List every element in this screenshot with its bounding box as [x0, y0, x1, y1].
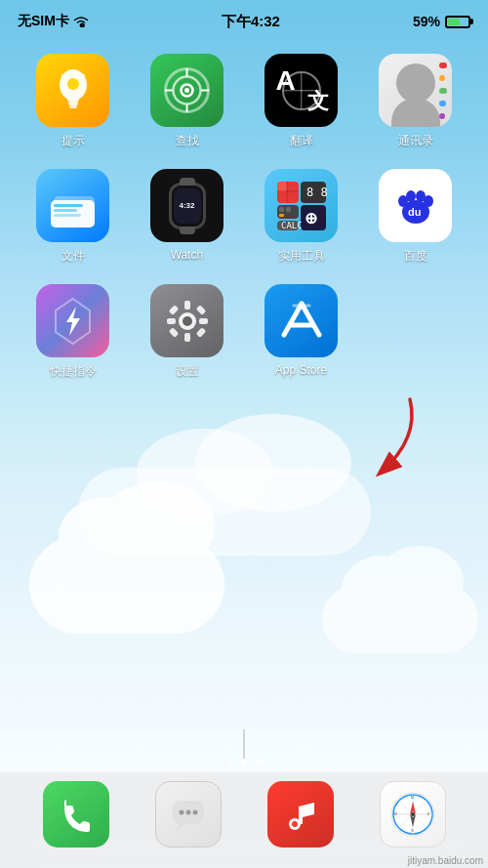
svg-point-64 — [292, 821, 298, 827]
battery-icon — [445, 16, 470, 28]
app-kuaijie-icon — [36, 284, 109, 357]
utility-icon: 8 8 ⊕ CALC — [272, 177, 331, 235]
wifi-icon — [73, 16, 89, 27]
svg-line-8 — [82, 75, 84, 77]
app-wenjian-label: 文件 — [61, 248, 85, 265]
svg-rect-49 — [168, 305, 179, 315]
svg-rect-4 — [69, 105, 77, 108]
svg-rect-46 — [184, 333, 190, 342]
app-baidu-label: 百度 — [404, 248, 427, 265]
shortcuts-icon — [51, 297, 95, 346]
dock-phone-icon — [43, 781, 109, 847]
dock-music-icon — [267, 781, 334, 847]
app-fanyi-label: 翻译 — [290, 133, 313, 149]
svg-text:8 8: 8 8 — [306, 186, 328, 199]
status-time: 下午4:32 — [222, 13, 280, 31]
app-grid: 提示 查找 A 文 翻译 — [0, 54, 488, 380]
app-tongxunlu[interactable]: 通讯录 — [362, 54, 468, 149]
status-right: 59% — [413, 14, 470, 29]
svg-rect-50 — [195, 305, 206, 315]
svg-rect-52 — [195, 327, 206, 338]
svg-rect-20 — [54, 209, 77, 212]
carrier-text: 无SIM卡 — [18, 13, 69, 30]
battery-fill — [448, 19, 460, 25]
svg-point-74 — [411, 812, 415, 816]
status-left: 无SIM卡 — [18, 13, 89, 30]
page-dots — [0, 759, 488, 765]
svg-rect-30 — [286, 207, 291, 212]
contacts-body — [391, 98, 440, 127]
dock-phone[interactable] — [43, 781, 109, 847]
svg-rect-19 — [54, 204, 83, 207]
svg-point-62 — [192, 810, 197, 815]
dock-messages[interactable] — [155, 781, 222, 847]
app-chazhao-icon — [150, 54, 224, 127]
app-shezhi[interactable]: 设置 — [134, 284, 240, 380]
app-appstore-label: App Store — [275, 363, 327, 377]
app-baidu[interactable]: du 百度 — [362, 169, 468, 265]
app-chazhao[interactable]: 查找 — [134, 54, 240, 149]
svg-rect-29 — [279, 207, 284, 212]
svg-marker-59 — [177, 824, 186, 830]
page-dot-1[interactable] — [241, 759, 248, 765]
svg-rect-51 — [168, 327, 179, 338]
app-fanyi[interactable]: A 文 翻译 — [248, 54, 354, 149]
contacts-avatar — [396, 63, 435, 103]
app-watch[interactable]: 4:32 Watch — [134, 169, 240, 265]
translate-a-letter: A — [276, 65, 296, 97]
watch-time-display: 4:32 — [179, 201, 194, 210]
cloud-left — [29, 536, 224, 634]
settings-icon — [163, 297, 212, 346]
app-tishi[interactable]: 提示 — [20, 54, 126, 149]
watch-face: 4:32 — [169, 183, 206, 229]
svg-point-12 — [184, 88, 189, 93]
svg-point-60 — [179, 810, 183, 815]
svg-text:⊕: ⊕ — [305, 210, 317, 227]
svg-line-7 — [62, 75, 64, 77]
battery-percentage: 59% — [413, 14, 440, 29]
app-tishi-icon — [36, 54, 109, 127]
svg-rect-31 — [279, 214, 284, 217]
bulb-icon — [53, 67, 94, 114]
svg-line-54 — [302, 304, 319, 335]
app-kuaijie[interactable]: 快捷指令 — [20, 284, 126, 380]
tab-purple — [439, 113, 445, 119]
svg-rect-45 — [184, 301, 190, 310]
app-fanyi-icon: A 文 — [264, 54, 338, 127]
contacts-tabs — [439, 54, 449, 127]
app-baidu-icon: du — [379, 169, 452, 242]
svg-point-40 — [424, 195, 433, 207]
translate-box: A 文 — [268, 58, 335, 124]
translate-zh-char: 文 — [307, 87, 329, 116]
app-wenjian-icon — [36, 169, 109, 242]
app-shiyong-icon: 8 8 ⊕ CALC — [264, 169, 338, 242]
dock-safari-icon: N S E W — [380, 781, 446, 847]
app-watch-label: Watch — [171, 248, 204, 262]
tab-red — [439, 62, 447, 68]
app-shezhi-icon — [150, 284, 224, 357]
app-shiyong[interactable]: 8 8 ⊕ CALC 实用工具 — [248, 169, 354, 265]
app-tongxunlu-label: 通讯录 — [398, 133, 433, 149]
svg-text:W: W — [393, 811, 397, 816]
page-dot-0[interactable] — [226, 759, 233, 765]
page-dot-2[interactable] — [256, 759, 263, 765]
dock-music[interactable] — [267, 781, 334, 847]
svg-point-61 — [185, 810, 190, 815]
app-shiyong-label: 实用工具 — [278, 248, 325, 265]
dock-safari[interactable]: N S E W — [380, 781, 446, 847]
svg-line-53 — [284, 304, 302, 335]
app-shezhi-label: 设置 — [176, 363, 199, 380]
app-wenjian[interactable]: 文件 — [20, 169, 126, 265]
svg-point-0 — [79, 24, 82, 27]
svg-rect-48 — [199, 318, 208, 324]
watch-screen: 4:32 — [174, 188, 201, 224]
messages-icon — [169, 795, 208, 834]
svg-rect-23 — [277, 182, 287, 191]
svg-rect-3 — [68, 102, 78, 105]
svg-rect-21 — [54, 214, 81, 217]
findmy-icon — [160, 63, 214, 117]
app-kuaijie-label: 快捷指令 — [50, 363, 97, 380]
app-appstore[interactable]: App Store — [248, 284, 354, 380]
tab-green — [439, 88, 447, 94]
svg-point-44 — [183, 316, 192, 326]
